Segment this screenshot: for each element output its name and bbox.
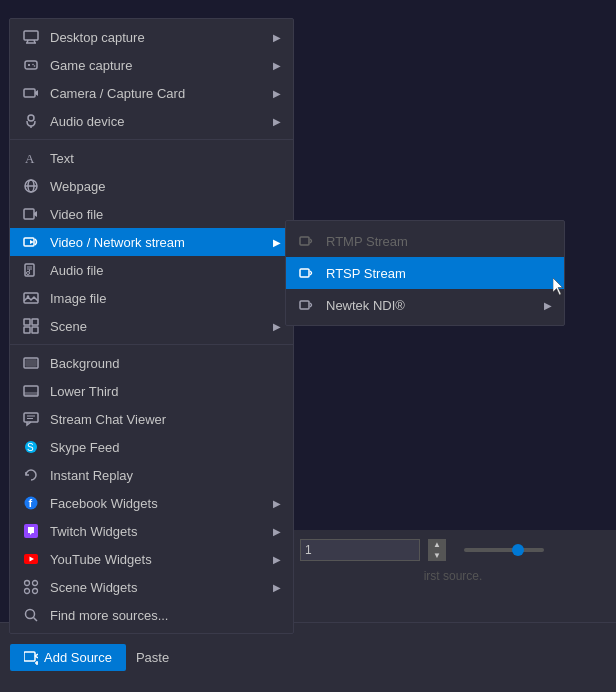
- svg-rect-55: [24, 652, 35, 661]
- submenu-item-newtek-ndi[interactable]: Newtek NDI® ▶: [286, 289, 564, 321]
- menu-item-background[interactable]: Background: [10, 349, 293, 377]
- submenu-video-network-stream: RTMP Stream RTSP Stream Newtek NDI® ▶: [285, 220, 565, 326]
- svg-rect-28: [32, 319, 38, 325]
- arrow-icon-stream: ▶: [273, 237, 281, 248]
- replay-icon: [20, 467, 42, 483]
- menu-item-skype-feed[interactable]: S Skype Feed: [10, 433, 293, 461]
- spinner-input[interactable]: 1: [300, 539, 420, 561]
- menu-item-lower-third[interactable]: Lower Third: [10, 377, 293, 405]
- svg-rect-53: [300, 269, 309, 277]
- svg-point-8: [34, 65, 36, 67]
- svg-point-48: [25, 589, 30, 594]
- chat-icon: [20, 411, 42, 427]
- svg-rect-9: [24, 89, 35, 97]
- menu-item-game-capture[interactable]: Game capture ▶: [10, 51, 293, 79]
- svg-rect-35: [24, 413, 38, 422]
- menu-label-lower-third: Lower Third: [50, 384, 281, 399]
- add-source-icon: [24, 651, 38, 665]
- source-hint-text: irst source.: [424, 569, 483, 583]
- svg-rect-52: [300, 237, 309, 245]
- menu-label-camera: Camera / Capture Card: [50, 86, 273, 101]
- menu-item-scene[interactable]: Scene ▶: [10, 312, 293, 340]
- menu-label-facebook-widgets: Facebook Widgets: [50, 496, 273, 511]
- slider-thumb: [512, 544, 524, 556]
- menu-item-facebook-widgets[interactable]: f Facebook Widgets ▶: [10, 489, 293, 517]
- svg-point-47: [33, 581, 38, 586]
- audio-file-icon: [20, 262, 42, 278]
- stream-icon: [20, 234, 42, 250]
- arrow-icon-scene: ▶: [273, 321, 281, 332]
- svg-line-51: [34, 618, 38, 622]
- stream-ndi-icon: [296, 297, 318, 313]
- menu-label-instant-replay: Instant Replay: [50, 468, 281, 483]
- text-icon: A: [20, 150, 42, 166]
- svg-rect-17: [24, 209, 34, 219]
- arrow-icon-game-capture: ▶: [273, 60, 281, 71]
- menu-item-scene-widgets[interactable]: Scene Widgets ▶: [10, 573, 293, 601]
- submenu-item-rtmp-stream[interactable]: RTMP Stream: [286, 225, 564, 257]
- menu-label-audio-device: Audio device: [50, 114, 273, 129]
- menu-item-find-more-sources[interactable]: Find more sources...: [10, 601, 293, 629]
- menu-label-twitch-widgets: Twitch Widgets: [50, 524, 273, 539]
- menu-item-audio-device[interactable]: Audio device ▶: [10, 107, 293, 135]
- menu-item-desktop-capture[interactable]: Desktop capture ▶: [10, 23, 293, 51]
- menu-label-video-network-stream: Video / Network stream: [50, 235, 273, 250]
- menu-label-skype-feed: Skype Feed: [50, 440, 281, 455]
- menu-label-rtmp-stream: RTMP Stream: [326, 234, 552, 249]
- menu-label-image-file: Image file: [50, 291, 281, 306]
- gamepad-icon: [20, 57, 42, 73]
- menu-item-youtube-widgets[interactable]: YouTube Widgets ▶: [10, 545, 293, 573]
- stream-rtsp-icon: [296, 265, 318, 281]
- menu-label-scene-widgets: Scene Widgets: [50, 580, 273, 595]
- menu-label-background: Background: [50, 356, 281, 371]
- facebook-icon: f: [20, 495, 42, 511]
- video-file-icon: [20, 206, 42, 222]
- arrow-icon-youtube: ▶: [273, 554, 281, 565]
- menu-item-audio-file[interactable]: Audio file: [10, 256, 293, 284]
- camera-icon: [20, 85, 42, 101]
- menu-item-twitch-widgets[interactable]: Twitch Widgets ▶: [10, 517, 293, 545]
- menu-item-image-file[interactable]: Image file: [10, 284, 293, 312]
- svg-rect-0: [24, 31, 38, 40]
- arrow-icon-audio-device: ▶: [273, 116, 281, 127]
- svg-rect-30: [32, 327, 38, 333]
- menu-label-game-capture: Game capture: [50, 58, 273, 73]
- menu-item-video-file[interactable]: Video file: [10, 200, 293, 228]
- menu-item-camera[interactable]: Camera / Capture Card ▶: [10, 79, 293, 107]
- svg-text:f: f: [29, 497, 33, 509]
- add-source-button[interactable]: Add Source: [10, 644, 126, 671]
- twitch-icon: [20, 523, 42, 539]
- lower-third-icon: [20, 383, 42, 399]
- spinner-up-button[interactable]: ▲: [428, 539, 446, 550]
- menu-item-instant-replay[interactable]: Instant Replay: [10, 461, 293, 489]
- spinner-button-group: ▲ ▼: [428, 539, 446, 561]
- image-icon: [20, 290, 42, 306]
- menu-item-webpage[interactable]: Webpage: [10, 172, 293, 200]
- svg-text:A: A: [25, 151, 35, 166]
- svg-point-46: [25, 581, 30, 586]
- svg-point-50: [26, 610, 35, 619]
- arrow-icon-scene-widgets: ▶: [273, 582, 281, 593]
- main-context-menu: Desktop capture ▶ Game capture ▶ Camera …: [9, 18, 294, 634]
- arrow-icon-twitch: ▶: [273, 526, 281, 537]
- arrow-icon-desktop-capture: ▶: [273, 32, 281, 43]
- arrow-icon-newtek-ndi: ▶: [544, 300, 552, 311]
- submenu-item-rtsp-stream[interactable]: RTSP Stream: [286, 257, 564, 289]
- background-icon: [20, 355, 42, 371]
- svg-point-11: [28, 115, 34, 121]
- menu-item-stream-chat-viewer[interactable]: Stream Chat Viewer: [10, 405, 293, 433]
- menu-label-youtube-widgets: YouTube Widgets: [50, 552, 273, 567]
- menu-label-newtek-ndi: Newtek NDI®: [326, 298, 544, 313]
- svg-rect-54: [300, 301, 309, 309]
- svg-rect-4: [25, 61, 37, 69]
- spinner-down-button[interactable]: ▼: [428, 550, 446, 561]
- separator-1: [10, 139, 293, 140]
- add-source-label: Add Source: [44, 650, 112, 665]
- monitor-icon: [20, 29, 42, 45]
- menu-item-video-network-stream[interactable]: Video / Network stream ▶: [10, 228, 293, 256]
- menu-item-text[interactable]: A Text: [10, 144, 293, 172]
- menu-label-audio-file: Audio file: [50, 263, 281, 278]
- stream-rtmp-icon: [296, 233, 318, 249]
- slider-track[interactable]: [464, 548, 544, 552]
- separator-2: [10, 344, 293, 345]
